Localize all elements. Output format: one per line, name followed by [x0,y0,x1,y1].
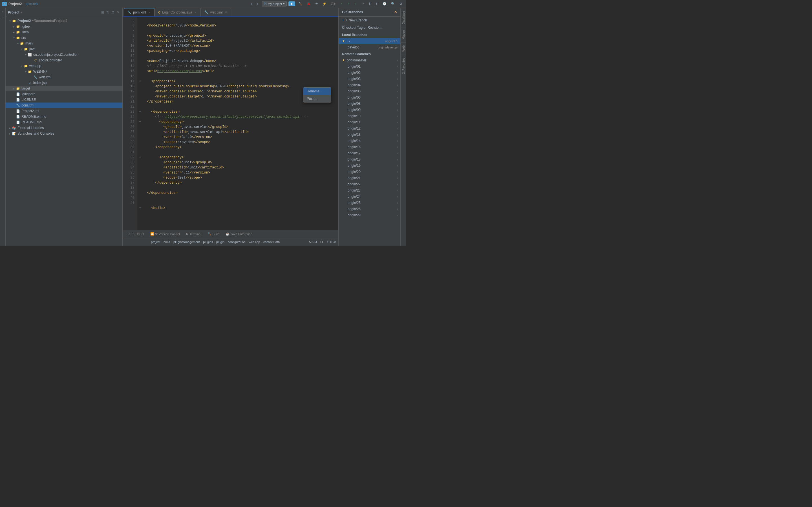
git-branch-origin-25[interactable]: origin/25 › [339,200,400,206]
bottom-tab-vcs[interactable]: 🔀 9: Version Control [147,231,183,237]
git-branch-origin-11[interactable]: origin/11 › [339,119,400,125]
git-branch-origin-02[interactable]: origin/02 › [339,69,400,76]
tab-logincontroller[interactable]: C LoginController.java ✕ [154,8,201,16]
bc-plugins[interactable]: plugins [203,240,213,244]
tree-item-extlibs[interactable]: ▸ 📚 External Libraries [6,125,122,131]
git-branch-origin-09[interactable]: origin/09 › [339,107,400,113]
git-branch-origin-04[interactable]: origin/04 › [339,82,400,88]
git-branch-origin-26[interactable]: origin/26 › [339,206,400,212]
tree-item-project[interactable]: ▾ 📁 Project2 ~/Documents/Project2 [6,18,122,24]
tab-pomxml-close[interactable]: ✕ [147,10,151,15]
coverage-button[interactable]: ☂ [314,1,319,6]
git-branch-item-17[interactable]: ★ 17 origin/17 › [339,38,400,44]
panel-close-btn[interactable]: ✕ [116,10,120,15]
git-new-branch-btn[interactable]: + + New Branch [339,17,400,24]
code-editor[interactable]: <modelVersion>4.0.0</modelVersion> <grou… [137,17,338,230]
forward-button[interactable]: ▸ [255,1,260,6]
panel-settings-btn[interactable]: ⚙ [111,10,115,15]
git-branch-origin-20[interactable]: origin/20 › [339,169,400,175]
vert-tab-maven[interactable]: Maven [401,27,406,42]
tree-item-gitee[interactable]: ▸ 📁 .gitee [6,24,122,29]
build-button[interactable]: 🔨 [297,1,304,6]
tab-logincontroller-close[interactable]: ✕ [194,10,197,14]
tree-item-target[interactable]: ▸ 📁 target [6,86,122,91]
tree-item-java[interactable]: ▾ 📁 java [6,46,122,52]
git-check2[interactable]: ✓ [346,1,351,6]
settings-button[interactable]: ⚙ [398,1,404,6]
status-lf[interactable]: LF [320,240,324,244]
git-branch-origin-23[interactable]: origin/23 › [339,187,400,193]
tree-item-main[interactable]: ▾ 📁 main [6,41,122,46]
git-branch-origin-14[interactable]: origin/14 › [339,138,400,144]
tab-webxml-close[interactable]: ✕ [224,10,227,14]
status-encoding[interactable]: UTF-8 [327,240,336,244]
git-branch-origin-19[interactable]: origin/19 › [339,163,400,169]
git-checkout-tag-btn[interactable]: Checkout Tag or Revision... [339,24,400,31]
tree-item-indexjsp[interactable]: ▸ J index.jsp [6,80,122,86]
bottom-tab-terminal[interactable]: ▶ Terminal [183,231,204,237]
git-branch-origin-22[interactable]: origin/22 › [339,181,400,187]
debug-button[interactable]: 🐞 [305,1,312,6]
git-branch-origin-08[interactable]: origin/08 › [339,101,400,107]
panel-sort-btn[interactable]: ⇅ [106,10,110,15]
git-branch-origin-13[interactable]: origin/13 › [339,131,400,138]
git-branch-origin-24[interactable]: origin/24 › [339,193,400,200]
panel-scope-btn[interactable]: ⊞ [101,10,105,15]
tree-item-readme-en[interactable]: ▸ 📄 README.en.md [6,114,122,119]
tree-item-webxml[interactable]: ▸ 🔧 web.xml [6,74,122,80]
git-check1[interactable]: ✓ [339,1,344,6]
git-branch-origin-21[interactable]: origin/21 › [339,175,400,181]
git-branch-origin-18[interactable]: origin/18 › [339,156,400,163]
vert-tab-database[interactable]: Database [401,8,406,27]
git-branch-origin-03[interactable]: origin/03 › [339,76,400,82]
run-button[interactable]: ▶ [289,1,295,6]
bc-webapp[interactable]: webApp [249,240,260,244]
tree-item-src[interactable]: ▾ 📁 src [6,35,122,41]
tree-item-logincontroller[interactable]: ▸ C LoginController [6,57,122,63]
git-history[interactable]: 🕐 [381,1,388,6]
panel-dropdown[interactable]: ▾ [21,11,22,14]
search-button[interactable]: 🔍 [390,1,396,6]
tab-pomxml[interactable]: 🔧 pom.xml ✕ [124,8,154,16]
bc-configuration[interactable]: configuration [228,240,246,244]
git-push[interactable]: ⬆ [374,1,379,6]
tab-webxml[interactable]: 🔧 web.xml ✕ [201,8,231,16]
profile-button[interactable]: ⚡ [321,1,328,6]
bc-project[interactable]: project [151,240,160,244]
git-undo[interactable]: ↩ [360,1,365,6]
bc-pluginmanagement[interactable]: pluginManagement [173,240,200,244]
tree-item-package[interactable]: ▾ ⬜ cn.edu.mju.project2.controller [6,52,122,57]
ctx-rename[interactable]: Rename... [303,88,331,95]
bc-contextpath[interactable]: contextPath [263,240,280,244]
structure-icon[interactable]: ≡ [0,9,5,14]
back-button[interactable]: ◂ [249,1,254,6]
tree-item-iml[interactable]: ▸ 📄 Project2.iml [6,108,122,114]
tree-item-idea[interactable]: ▸ 📁 .idea [6,29,122,35]
git-branch-origin-16[interactable]: origin/16 › [339,144,400,150]
bottom-tab-build[interactable]: 🔨 Build [205,231,222,237]
tree-item-readme[interactable]: ▸ 📄 README.md [6,119,122,125]
git-branch-origin-17[interactable]: origin/17 › [339,150,400,156]
tree-item-webapp[interactable]: ▾ 📁 webapp [6,63,122,69]
vert-tab-web[interactable]: Web [401,42,406,54]
git-branch-origin-master[interactable]: ★ origin/master › [339,57,400,63]
git-branch-origin-05[interactable]: origin/05 › [339,88,400,94]
git-branch-origin-12[interactable]: origin/12 › [339,125,400,131]
bc-build[interactable]: build [163,240,170,244]
bottom-tab-todo[interactable]: ☑ 6: TODO [125,231,147,237]
tree-item-scratches[interactable]: ▸ 📝 Scratches and Consoles [6,131,122,136]
git-check3[interactable]: ✓ [353,1,358,6]
status-position[interactable]: 50:33 [309,240,317,244]
project-selector[interactable]: 𝕄 my project ▾ [262,1,287,6]
git-branch-origin-29[interactable]: origin/29 › [339,212,400,218]
bottom-tab-java-enterprise[interactable]: ☕ Java Enterprise [223,231,255,237]
tree-item-license[interactable]: ▸ 📄 LICENSE [6,97,122,103]
hierarchy-icon[interactable]: ⌂ [0,15,5,20]
git-branch-origin-01[interactable]: origin/01 › [339,63,400,69]
tree-item-webinf[interactable]: ▾ 📁 WEB-INF [6,69,122,74]
bc-plugin[interactable]: plugin [216,240,224,244]
git-branch-origin-10[interactable]: origin/10 › [339,113,400,119]
git-branch-origin-06[interactable]: origin/06 › [339,94,400,101]
git-branch-item-develop[interactable]: develop origin/develop › [339,44,400,50]
ctx-push[interactable]: Push... [303,95,331,102]
